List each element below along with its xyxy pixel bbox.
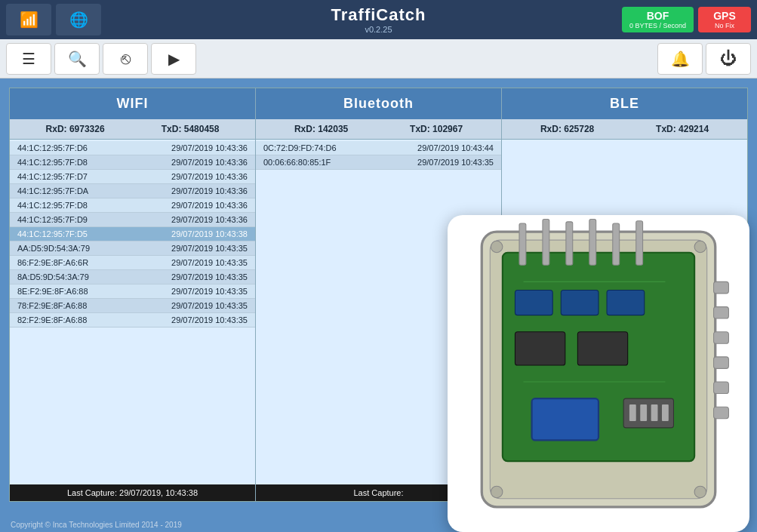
timestamp: 29/07/2019 10:43:35 — [171, 315, 248, 324]
globe-icon: 🌐 — [69, 11, 88, 29]
top-header: 📶 🌐 TraffiCatch v0.2.25 BOF 0 BYTES / Se… — [0, 0, 757, 39]
timestamp: 29/07/2019 10:43:36 — [171, 215, 248, 224]
power-icon: ⏻ — [720, 49, 737, 69]
svg-rect-27 — [714, 307, 729, 318]
tx-label: TxD: 429214 — [656, 124, 709, 134]
logout-button[interactable]: ⎋ — [103, 43, 148, 75]
svg-rect-29 — [714, 357, 729, 368]
search-button[interactable]: 🔍 — [54, 43, 100, 75]
menu-icon: ☰ — [22, 50, 35, 68]
timestamp: 29/07/2019 10:43:44 — [417, 143, 494, 152]
svg-point-22 — [491, 241, 502, 252]
mac-address: 44:1C:12:95:7F:D8 — [17, 201, 88, 210]
table-row: 8E:F2:9E:8F:A6:8829/07/2019 10:43:35 — [10, 284, 255, 299]
svg-point-25 — [694, 486, 706, 497]
mac-address: 78:F2:9E:8F:A6:88 — [17, 301, 87, 310]
svg-rect-6 — [543, 220, 549, 266]
panel-wifi-footer: Last Capture: 29/07/2019, 10:43:38 — [10, 484, 255, 501]
panel-wifi-header: WIFI — [10, 88, 255, 119]
bell-button[interactable]: 🔔 — [657, 43, 703, 75]
table-row: 44:1C:12:95:7F:D629/07/2019 10:43:36 — [10, 141, 255, 155]
globe-button[interactable]: 🌐 — [56, 4, 101, 35]
play-icon: ▶ — [168, 50, 180, 68]
wifi-button[interactable]: 📶 — [6, 4, 51, 35]
toolbar: ☰ 🔍 ⎋ ▶ 🔔 ⏻ — [0, 39, 757, 78]
logout-icon: ⎋ — [121, 49, 131, 69]
timestamp: 29/07/2019 10:43:36 — [171, 201, 248, 210]
panel-wifi: WIFI RxD: 6973326 TxD: 5480458 44:1C:12:… — [10, 88, 256, 501]
app-name: TraffiCatch — [331, 5, 426, 25]
table-row: 44:1C:12:95:7F:D829/07/2019 10:43:36 — [10, 155, 255, 170]
table-row: 82:F2:9E:8F:A6:8829/07/2019 10:43:35 — [10, 313, 255, 328]
mac-address: AA:D5:9D:54:3A:79 — [17, 244, 90, 253]
mac-address: 44:1C:12:95:7F:D9 — [17, 215, 88, 224]
svg-rect-15 — [577, 332, 627, 365]
table-row: 44:1C:12:95:7F:DA29/07/2019 10:43:36 — [10, 184, 255, 198]
device-svg — [448, 215, 749, 532]
svg-rect-28 — [714, 332, 729, 343]
mac-address: 44:1C:12:95:7F:D5 — [17, 229, 88, 238]
header-left-icons: 📶 🌐 — [6, 4, 101, 35]
mac-address: 44:1C:12:95:7F:D6 — [17, 143, 88, 152]
mac-address: 00:06:66:80:85:1F — [263, 158, 331, 167]
panel-wifi-stats: RxD: 6973326 TxD: 5480458 — [10, 119, 255, 140]
panel-ble-header: BLE — [502, 88, 747, 119]
table-row: 44:1C:12:95:7F:D929/07/2019 10:43:36 — [10, 213, 255, 227]
wifi-icon: 📶 — [20, 11, 38, 29]
table-row: AA:D5:9D:54:3A:7929/07/2019 10:43:35 — [10, 241, 255, 256]
timestamp: 29/07/2019 10:43:35 — [171, 272, 248, 281]
svg-rect-9 — [613, 223, 620, 265]
timestamp: 29/07/2019 10:43:35 — [417, 158, 494, 167]
timestamp: 29/07/2019 10:43:36 — [171, 172, 248, 181]
bof-badge-sub: 0 BYTES / Second — [629, 22, 686, 29]
panel-bluetooth-header: Bluetooth — [256, 88, 501, 119]
bell-icon: 🔔 — [671, 50, 690, 68]
svg-point-23 — [694, 241, 706, 252]
svg-rect-13 — [607, 290, 645, 315]
bof-badge-title: BOF — [629, 10, 686, 22]
device-image-overlay — [448, 215, 749, 532]
power-button[interactable]: ⏻ — [706, 43, 751, 75]
timestamp: 29/07/2019 10:43:35 — [171, 301, 248, 310]
svg-rect-31 — [714, 407, 729, 418]
svg-rect-10 — [636, 221, 643, 266]
mac-address: 44:1C:12:95:7F:D8 — [17, 158, 88, 167]
table-row: 44:1C:12:95:7F:D729/07/2019 10:43:36 — [10, 170, 255, 184]
svg-rect-16 — [532, 398, 599, 440]
tx-label: TxD: 5480458 — [162, 124, 220, 134]
table-row: 78:F2:9E:8F:A6:8829/07/2019 10:43:35 — [10, 299, 255, 313]
bof-status-badge: BOF 0 BYTES / Second — [622, 7, 694, 32]
svg-rect-12 — [561, 290, 599, 315]
svg-rect-7 — [566, 222, 573, 265]
svg-rect-26 — [714, 281, 729, 293]
header-right: BOF 0 BYTES / Second GPS No Fix — [622, 7, 751, 32]
rx-label: RxD: 625728 — [540, 124, 594, 134]
svg-rect-20 — [651, 404, 658, 421]
app-title-block: TraffiCatch v0.2.25 — [331, 5, 426, 34]
table-row: 8A:D5:9D:54:3A:7929/07/2019 10:43:35 — [10, 270, 255, 284]
panel-ble-stats: RxD: 625728 TxD: 429214 — [502, 119, 747, 140]
mac-address: 44:1C:12:95:7F:DA — [17, 186, 88, 195]
svg-rect-14 — [515, 332, 565, 365]
table-row: 00:06:66:80:85:1F29/07/2019 10:43:35 — [256, 155, 501, 170]
app-version: v0.2.25 — [331, 25, 426, 34]
gps-badge-sub: No Fix — [706, 22, 743, 29]
copyright-text: Copyright © Inca Technologies Limited 20… — [11, 521, 182, 529]
timestamp: 29/07/2019 10:43:36 — [171, 143, 248, 152]
mac-address: 86:F2:9E:8F:A6:6R — [17, 258, 88, 267]
timestamp: 29/07/2019 10:43:35 — [171, 244, 248, 253]
panel-wifi-rows: 44:1C:12:95:7F:D629/07/2019 10:43:3644:1… — [10, 140, 255, 484]
svg-rect-21 — [662, 404, 669, 421]
gps-status-badge: GPS No Fix — [698, 7, 751, 32]
gps-badge-title: GPS — [706, 10, 743, 22]
table-row: 44:1C:12:95:7F:D529/07/2019 10:43:38 — [10, 227, 255, 241]
mac-address: 82:F2:9E:8F:A6:88 — [17, 315, 87, 324]
timestamp: 29/07/2019 10:43:35 — [171, 258, 248, 267]
menu-button[interactable]: ☰ — [6, 43, 51, 75]
svg-rect-11 — [515, 290, 552, 315]
play-button[interactable]: ▶ — [151, 43, 196, 75]
toolbar-right-icons: 🔔 ⏻ — [657, 43, 751, 75]
timestamp: 29/07/2019 10:43:38 — [171, 229, 248, 238]
mac-address: 8E:F2:9E:8F:A6:88 — [17, 287, 88, 296]
timestamp: 29/07/2019 10:43:35 — [171, 287, 248, 296]
